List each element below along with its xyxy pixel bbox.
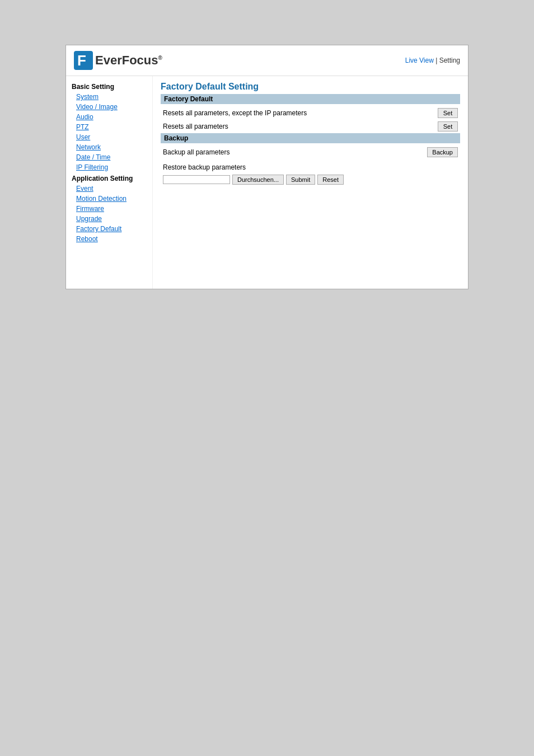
sidebar-item-system[interactable]: System [66,92,152,102]
backup-label: Backup all parameters [163,148,427,156]
reset-except-ip-label: Resets all parameters, except the IP par… [163,109,438,117]
main-panel: F EverFocus® Live View | Setting Basic S… [65,45,469,289]
restore-label: Restore backup parameters [163,163,458,171]
logo-sup: ® [158,55,162,61]
reset-all-row: Resets all parameters Set [161,120,460,133]
nav-separator: | [434,57,439,64]
reset-button[interactable]: Reset [317,175,344,185]
sidebar-item-factory-default[interactable]: Factory Default [66,224,152,234]
browse-button[interactable]: Durchsuchen... [232,175,284,185]
svg-text:F: F [77,52,86,69]
reset-all-button[interactable]: Set [438,121,458,132]
content-area: Basic Setting System Video / Image Audio… [66,76,468,289]
everfocus-logo-icon: F [74,51,93,70]
setting-label: Setting [439,57,460,64]
main-content: Factory Default Setting Factory Default … [153,76,468,289]
backup-row: Backup all parameters Backup [161,145,460,159]
restore-file-input[interactable] [163,175,230,184]
sidebar-item-motion-detection[interactable]: Motion Detection [66,194,152,204]
submit-button[interactable]: Submit [286,175,315,185]
basic-setting-title: Basic Setting [66,81,152,92]
logo: F EverFocus® [74,51,162,70]
sidebar-item-date-time[interactable]: Date / Time [66,152,152,162]
sidebar-item-reboot[interactable]: Reboot [66,234,152,244]
application-setting-title: Application Setting [66,172,152,184]
live-view-link[interactable]: Live View [405,57,434,64]
reset-except-ip-row: Resets all parameters, except the IP par… [161,106,460,120]
reset-all-label: Resets all parameters [163,123,438,130]
sidebar-item-ptz[interactable]: PTZ [66,122,152,132]
sidebar-item-upgrade[interactable]: Upgrade [66,214,152,224]
sidebar-item-ip-filtering[interactable]: IP Filtering [66,162,152,172]
sidebar-item-network[interactable]: Network [66,142,152,152]
sidebar: Basic Setting System Video / Image Audio… [66,76,153,289]
sidebar-item-user[interactable]: User [66,132,152,142]
page-title: Factory Default Setting [161,82,460,92]
header: F EverFocus® Live View | Setting [66,45,468,76]
sidebar-item-event[interactable]: Event [66,184,152,194]
backup-section-bar: Backup [161,133,460,143]
reset-except-ip-button[interactable]: Set [438,108,458,118]
restore-row: Durchsuchen... Submit Reset [163,175,458,185]
sidebar-item-audio[interactable]: Audio [66,112,152,122]
logo-name: EverFocus [95,53,158,67]
restore-section: Restore backup parameters Durchsuchen...… [161,159,460,187]
backup-button[interactable]: Backup [427,147,458,157]
header-nav: Live View | Setting [405,57,460,64]
factory-default-section-bar: Factory Default [161,94,460,104]
logo-text: EverFocus® [95,53,162,68]
sidebar-item-video-image[interactable]: Video / Image [66,102,152,112]
sidebar-item-firmware[interactable]: Firmware [66,204,152,214]
